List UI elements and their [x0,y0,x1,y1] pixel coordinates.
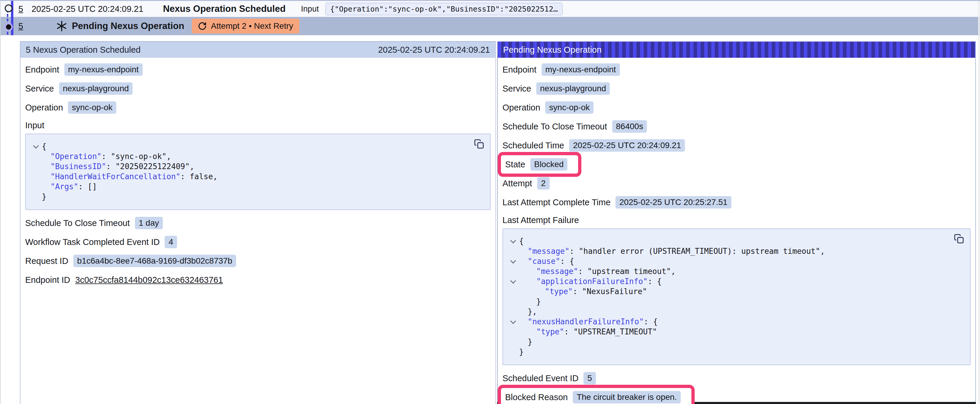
json-line: "cause": { [508,256,949,266]
json-line: "message": "upstream timeout", [508,266,949,276]
retry-attempt-badge: Attempt 2 • Next Retry [192,19,299,33]
field-row: Schedule To Close Timeout 86400s [503,117,970,136]
pending-event-title: Pending Nexus Operation [72,21,184,32]
field-wrap: Operation sync-op-ok [503,101,593,114]
event-detail-panels: 5 Nexus Operation Scheduled 2025-02-25 U… [1,41,980,404]
scheduled-panel-header: 5 Nexus Operation Scheduled 2025-02-25 U… [21,42,495,58]
field-value: nexus-playground [536,82,610,95]
field-row: State Blocked [503,155,970,174]
field-row: Schedule To Close Timeout 1 day [25,214,491,233]
copy-icon [474,139,484,149]
json-line: "type": "UPSTREAM_TIMEOUT" [508,327,949,337]
field-value: 5 [584,372,596,385]
json-line: } [508,296,949,307]
input-json-viewer: {"Operation": "sync-op-ok","BusinessID":… [25,133,491,210]
field-label: Last Attempt Complete Time [503,198,611,208]
field-wrap: Service nexus-playground [25,82,133,95]
json-line: "applicationFailureInfo": { [508,276,949,287]
field-value: 2 [537,177,550,190]
failure-section-label: Last Attempt Failure [503,212,970,228]
field-label: Scheduled Event ID [503,374,578,383]
json-code: {"Operation": "sync-op-ok","BusinessID":… [30,141,469,202]
event-id-link[interactable]: 5 [18,4,23,14]
field-label: Endpoint [25,65,59,74]
scheduled-panel-title: 5 Nexus Operation Scheduled [26,45,141,55]
field-label: Operation [503,103,540,112]
failure-json-viewer: {"message": "handler error (UPSTREAM_TIM… [503,228,970,365]
json-line: { [508,236,949,246]
field-value: The circuit breaker is open. [573,391,681,403]
field-label: State [505,160,525,170]
event-input-preview: {"Operation":"sync-op-ok","BusinessID":"… [325,3,563,16]
json-line: } [508,347,949,357]
event-row-scheduled[interactable]: 5 2025-02-25 UTC 20:24:09.21 Nexus Opera… [1,1,980,17]
timeline-current-marker-icon [5,23,13,31]
json-line: } [30,192,469,202]
field-wrap: Endpoint my-nexus-endpoint [503,63,620,76]
field-row: Endpoint my-nexus-endpoint [25,60,491,79]
field-wrap: Attempt 2 [503,177,550,190]
copy-button[interactable] [474,139,484,149]
field-list: Endpoint my-nexus-endpoint Service nexus… [503,60,970,212]
collapse-chevron-icon[interactable] [510,318,516,324]
collapse-chevron-icon[interactable] [510,238,516,244]
copy-button[interactable] [954,234,964,244]
json-line: { [30,141,469,151]
field-value: my-nexus-endpoint [542,63,620,76]
timeline-open-marker-icon [5,5,13,12]
pending-operation-panel: Pending Nexus Operation Endpoint my-nexu… [497,41,976,404]
field-row: Request ID b1c6a4bc-8ee7-468a-9169-df3b0… [25,252,491,271]
event-title: Nexus Operation Scheduled [163,3,285,14]
collapse-chevron-icon[interactable] [510,278,516,284]
json-line: "Operation": "sync-op-ok", [30,151,469,162]
collapse-chevron-icon[interactable] [510,258,516,264]
scrollbar-track[interactable] [978,1,980,404]
json-line: }, [508,307,949,317]
field-row: Last Attempt Complete Time 2025-02-25 UT… [503,193,970,212]
field-value: 2025-02-25 UTC 20:24:09.21 [569,139,685,152]
field-row: Endpoint ID 3c0c75ccfa8144b092c13ce63246… [25,271,491,289]
field-label: Endpoint ID [25,275,70,285]
field-wrap: Operation sync-op-ok [25,101,116,114]
collapse-chevron-icon[interactable] [33,143,39,149]
field-row: Endpoint my-nexus-endpoint [503,60,970,79]
event-input-label: Input [301,5,319,14]
workflow-event-history-view: 5 2025-02-25 UTC 20:24:09.21 Nexus Opera… [0,0,980,404]
field-label: Schedule To Close Timeout [503,122,607,131]
scheduled-event-panel: 5 Nexus Operation Scheduled 2025-02-25 U… [20,41,496,404]
field-label: Scheduled Time [503,141,564,151]
field-row: Service nexus-playground [25,79,491,98]
field-wrap: State Blocked [498,152,581,177]
field-label: Endpoint [503,65,536,74]
field-label: Request ID [25,256,68,266]
field-value: 1 day [135,217,163,229]
field-value: 2025-02-25 UTC 20:25:27.51 [616,196,731,209]
copy-icon [954,234,964,244]
pending-panel-title: Pending Nexus Operation [503,45,601,55]
field-row: Operation sync-op-ok [25,98,491,117]
json-code: {"message": "handler error (UPSTREAM_TIM… [508,236,949,357]
scheduled-panel-timestamp: 2025-02-25 UTC 20:24:09.21 [378,45,490,55]
field-value[interactable]: 3c0c75ccfa8144b092c13ce632463761 [75,275,223,285]
event-row-pending-selected[interactable]: 5 Pending Nexus Operation Attempt 2 • Ne… [1,17,980,35]
pending-panel-header: Pending Nexus Operation [498,42,975,58]
field-label: Workflow Task Completed Event ID [25,237,159,247]
field-wrap: Schedule To Close Timeout 86400s [503,120,647,133]
field-value: Blocked [530,158,568,171]
field-row: Service nexus-playground [503,79,970,98]
field-list: Endpoint my-nexus-endpoint Service nexus… [25,60,491,117]
field-row: Blocked Reason The circuit breaker is op… [503,388,970,404]
json-line: "BusinessID": "20250225122409", [30,162,469,171]
field-label: Service [503,84,531,93]
json-line: "message": "handler error (UPSTREAM_TIME… [508,246,949,256]
field-label: Attempt [503,179,532,189]
field-label: Service [25,84,54,93]
field-value: sync-op-ok [68,101,116,114]
field-wrap: Schedule To Close Timeout 1 day [25,217,163,229]
field-value: 4 [165,236,177,248]
field-wrap: Last Attempt Complete Time 2025-02-25 UT… [503,196,732,209]
field-wrap: Blocked Reason The circuit breaker is op… [498,385,695,404]
field-wrap: Scheduled Event ID 5 [503,372,596,385]
json-line: } [508,337,949,347]
event-id-link[interactable]: 5 [18,21,23,31]
